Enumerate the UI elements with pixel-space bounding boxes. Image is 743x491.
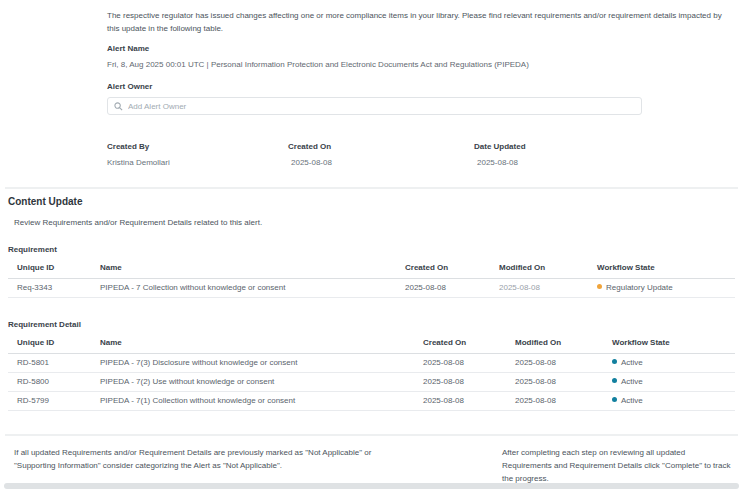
cell-workflow-state: Active (612, 392, 735, 411)
requirement-detail-table: Unique ID Name Created On Modified On Wo… (8, 333, 735, 411)
workflow-state-text: Active (621, 396, 643, 405)
col-header-name: Name (100, 333, 423, 354)
col-header-workflow-state: Workflow State (597, 258, 735, 279)
workflow-state-dot (612, 378, 617, 383)
cell-created-on: 2025-08-08 (423, 373, 515, 392)
requirement-detail-table-label: Requirement Detail (8, 320, 735, 329)
workflow-state-text: Active (621, 358, 643, 367)
cell-unique-id: Req-3343 (8, 279, 100, 298)
workflow-state-dot (597, 284, 602, 289)
complete-note: After completing each step on reviewing … (502, 446, 735, 485)
cell-name: PIPEDA - 7(2) Use without knowledge or c… (100, 373, 423, 392)
col-header-name: Name (100, 258, 405, 279)
cell-workflow-state: Active (612, 354, 735, 373)
cell-unique-id: RD-5801 (8, 354, 100, 373)
table-row[interactable]: RD-5800 PIPEDA - 7(2) Use without knowle… (8, 373, 735, 392)
col-header-modified-on: Modified On (515, 333, 612, 354)
content-update-title: Content Update (8, 196, 735, 207)
created-on-value: 2025-08-08 (288, 158, 474, 167)
requirement-table: Unique ID Name Created On Modified On Wo… (8, 258, 735, 298)
workflow-state-text: Active (621, 377, 643, 386)
content-update-section: Content Update Review Requirements and/o… (0, 196, 743, 411)
cell-modified-on: 2025-08-08 (515, 373, 612, 392)
alert-owner-input[interactable] (128, 99, 635, 113)
requirement-table-label: Requirement (8, 245, 735, 254)
cell-unique-id: RD-5800 (8, 373, 100, 392)
content-update-description: Review Requirements and/or Requirement D… (14, 218, 735, 227)
created-by-label: Created By (107, 142, 288, 151)
col-header-created-on: Created On (405, 258, 499, 279)
cell-name: PIPEDA - 7(3) Disclosure without knowled… (100, 354, 423, 373)
cell-modified-on: 2025-08-08 (515, 354, 612, 373)
alert-owner-label: Alert Owner (107, 82, 735, 91)
alert-header-section: The respective regulator has issued chan… (0, 0, 743, 167)
alert-name-label: Alert Name (107, 44, 735, 53)
col-header-unique-id: Unique ID (8, 333, 100, 354)
section-divider (5, 187, 738, 189)
alert-meta-row: Created By Kristina Demollari Created On… (107, 142, 735, 167)
alert-owner-search[interactable] (107, 97, 642, 115)
alert-name-value: Fri, 8, Aug 2025 00:01 UTC | Personal In… (107, 60, 735, 69)
cell-modified-on: 2025-08-08 (515, 392, 612, 411)
created-on-label: Created On (288, 142, 474, 151)
table-row[interactable]: Req-3343 PIPEDA - 7 Collection without k… (8, 279, 735, 298)
workflow-state-dot (612, 359, 617, 364)
cell-created-on: 2025-08-08 (423, 354, 515, 373)
cell-created-on: 2025-08-08 (423, 392, 515, 411)
workflow-state-dot (612, 397, 617, 402)
table-row[interactable]: RD-5799 PIPEDA - 7(1) Collection without… (8, 392, 735, 411)
col-header-modified-on: Modified On (499, 258, 597, 279)
created-by-value: Kristina Demollari (107, 158, 288, 167)
date-updated-label: Date Updated (474, 142, 526, 151)
not-applicable-note: If all updated Requirements and/or Requi… (7, 446, 379, 485)
col-header-workflow-state: Workflow State (612, 333, 735, 354)
horizontal-scrollbar[interactable] (4, 483, 739, 489)
col-header-created-on: Created On (423, 333, 515, 354)
intro-text: The respective regulator has issued chan… (107, 9, 735, 35)
table-row[interactable]: RD-5801 PIPEDA - 7(3) Disclosure without… (8, 354, 735, 373)
requirement-table-header-row: Unique ID Name Created On Modified On Wo… (8, 258, 735, 279)
cell-workflow-state: Active (612, 373, 735, 392)
cell-modified-on: 2025-08-08 (499, 279, 597, 298)
cell-name: PIPEDA - 7(1) Collection without knowled… (100, 392, 423, 411)
cell-unique-id: RD-5799 (8, 392, 100, 411)
cell-created-on: 2025-08-08 (405, 279, 499, 298)
cell-workflow-state: Regulatory Update (597, 279, 735, 298)
requirement-detail-header-row: Unique ID Name Created On Modified On Wo… (8, 333, 735, 354)
cell-name: PIPEDA - 7 Collection without knowledge … (100, 279, 405, 298)
footer-notes: If all updated Requirements and/or Requi… (0, 436, 743, 485)
date-updated-value: 2025-08-08 (474, 158, 526, 167)
workflow-state-text: Regulatory Update (606, 283, 673, 292)
search-icon (114, 102, 123, 111)
col-header-unique-id: Unique ID (8, 258, 100, 279)
